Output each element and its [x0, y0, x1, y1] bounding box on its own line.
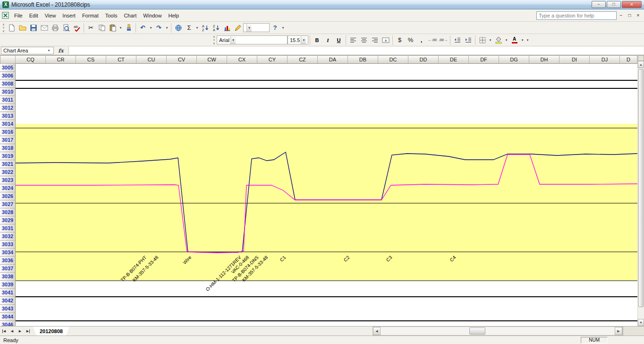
scroll-down-button[interactable]: ▼ — [638, 319, 644, 326]
redo-button[interactable]: ↷ — [153, 23, 164, 33]
align-center-button[interactable] — [358, 35, 369, 45]
horizontal-scrollbar[interactable]: ◀ ▶ — [373, 327, 623, 335]
autosum-dropdown[interactable]: ▾ — [195, 23, 200, 33]
column-header-DG[interactable]: DG — [499, 55, 529, 64]
row-header-3011[interactable]: 3011 — [0, 96, 16, 104]
cut-button[interactable]: ✂ — [85, 23, 96, 33]
column-header-DD[interactable]: DD — [408, 55, 439, 64]
column-header-DE[interactable]: DE — [439, 55, 469, 64]
row-header-3026[interactable]: 3026 — [0, 192, 16, 200]
row-header-3022[interactable]: 3022 — [0, 168, 16, 176]
menu-tools[interactable]: Tools — [102, 11, 121, 20]
scroll-up-button[interactable]: ▲ — [638, 61, 644, 68]
print-preview-button[interactable] — [60, 23, 71, 33]
row-header-3042[interactable]: 3042 — [0, 297, 16, 305]
column-header-CU[interactable]: CU — [136, 55, 167, 64]
embedded-chart[interactable]: TP-B-B074-PHTKM-357-5-33-48WireO-HM-1-11… — [16, 64, 637, 326]
row-header-3013[interactable]: 3013 — [0, 112, 16, 120]
row-header-3006[interactable]: 3006 — [0, 72, 16, 80]
borders-dropdown[interactable]: ▾ — [488, 35, 493, 45]
font-name-dropdown[interactable]: ▾ — [230, 36, 236, 44]
column-header-DF[interactable]: DF — [469, 55, 499, 64]
row-header-3028[interactable]: 3028 — [0, 208, 16, 216]
row-header-3036[interactable]: 3036 — [0, 257, 16, 265]
row-header-3034[interactable]: 3034 — [0, 249, 16, 257]
row-header-3017[interactable]: 3017 — [0, 136, 16, 144]
row-header-3033[interactable]: 3033 — [0, 241, 16, 249]
undo-dropdown[interactable]: ▾ — [148, 23, 153, 33]
open-button[interactable] — [17, 23, 28, 33]
zoom-dropdown[interactable]: ▾ — [246, 24, 252, 32]
font-size-combo[interactable]: 15.5▾ — [288, 35, 308, 44]
paste-button[interactable] — [107, 23, 118, 33]
column-header-DA[interactable]: DA — [318, 55, 348, 64]
column-header-CY[interactable]: CY — [257, 55, 288, 64]
row-header-3039[interactable]: 3039 — [0, 281, 16, 289]
row-header-3021[interactable]: 3021 — [0, 160, 16, 168]
workbook-close-button[interactable]: × — [634, 13, 642, 18]
scroll-right-button[interactable]: ▶ — [615, 327, 622, 335]
formula-input[interactable] — [68, 47, 644, 54]
align-left-button[interactable] — [347, 35, 358, 45]
row-header-3012[interactable]: 3012 — [0, 104, 16, 112]
save-button[interactable] — [28, 23, 39, 33]
row-header-3032[interactable]: 3032 — [0, 232, 16, 241]
copy-button[interactable] — [96, 23, 107, 33]
formatting-toolbar-options[interactable]: ▾ — [525, 35, 530, 45]
font-color-button[interactable]: A — [509, 35, 520, 45]
close-button[interactable]: × — [622, 1, 642, 8]
column-header-CQ[interactable]: CQ — [16, 55, 46, 64]
column-header-D[interactable]: D — [620, 55, 637, 64]
help-input[interactable] — [536, 11, 617, 20]
toolbar-grip[interactable] — [3, 24, 4, 32]
column-header-CT[interactable]: CT — [106, 55, 136, 64]
redo-dropdown[interactable]: ▾ — [164, 23, 169, 33]
sheet-tab-20120808[interactable]: 20120808 — [33, 327, 69, 335]
row-header-3046[interactable]: 3046 — [0, 321, 16, 326]
format-painter-button[interactable] — [123, 23, 134, 33]
borders-button[interactable] — [477, 35, 488, 45]
italic-button[interactable]: I — [322, 35, 333, 45]
email-button[interactable] — [39, 23, 50, 33]
maximize-button[interactable]: □ — [607, 1, 621, 8]
menu-edit[interactable]: Edit — [26, 11, 42, 20]
name-box[interactable]: Chart Area▾ — [1, 47, 54, 54]
undo-button[interactable]: ↶ — [137, 23, 148, 33]
sort-ascending-button[interactable]: AZ — [200, 23, 211, 33]
insert-function-button[interactable]: fx — [54, 46, 68, 55]
menu-file[interactable]: File — [11, 11, 26, 20]
column-header-DJ[interactable]: DJ — [590, 55, 620, 64]
scroll-left-button[interactable]: ◀ — [373, 327, 381, 335]
menu-help[interactable]: Help — [165, 11, 182, 20]
column-header-CX[interactable]: CX — [227, 55, 257, 64]
fill-color-button[interactable] — [493, 35, 504, 45]
column-header-DC[interactable]: DC — [378, 55, 408, 64]
zoom-combo[interactable]: ▾ — [243, 23, 270, 32]
previous-sheet-button[interactable]: ◀ — [8, 327, 16, 335]
column-header-CR[interactable]: CR — [46, 55, 76, 64]
drawing-button[interactable] — [232, 23, 243, 33]
column-header-DI[interactable]: DI — [559, 55, 590, 64]
row-header-3027[interactable]: 3027 — [0, 200, 16, 208]
first-sheet-button[interactable]: ◀ — [0, 327, 8, 335]
column-header-CS[interactable]: CS — [76, 55, 106, 64]
underline-button[interactable]: U — [333, 35, 344, 45]
formatting-toolbar-grip[interactable] — [213, 36, 215, 44]
row-header-3023[interactable]: 3023 — [0, 176, 16, 184]
decrease-decimal-button[interactable]: .00→ — [438, 35, 449, 45]
align-right-button[interactable] — [369, 35, 380, 45]
row-header-3008[interactable]: 3008 — [0, 80, 16, 88]
row-header-3038[interactable]: 3038 — [0, 273, 16, 281]
row-header-3005[interactable]: 3005 — [0, 64, 16, 72]
autosum-button[interactable]: Σ — [184, 23, 195, 33]
last-sheet-button[interactable]: ▶ — [24, 327, 32, 335]
bold-button[interactable]: B — [312, 35, 322, 45]
standard-toolbar-options[interactable]: ▾ — [280, 23, 286, 33]
row-header-3016[interactable]: 3016 — [0, 128, 16, 136]
vertical-scroll-track[interactable] — [638, 68, 644, 319]
menu-format[interactable]: Format — [79, 11, 102, 20]
row-header-3018[interactable]: 3018 — [0, 144, 16, 152]
row-header-3019[interactable]: 3019 — [0, 152, 16, 160]
row-header-3041[interactable]: 3041 — [0, 289, 16, 297]
merge-center-button[interactable]: a — [380, 35, 391, 45]
